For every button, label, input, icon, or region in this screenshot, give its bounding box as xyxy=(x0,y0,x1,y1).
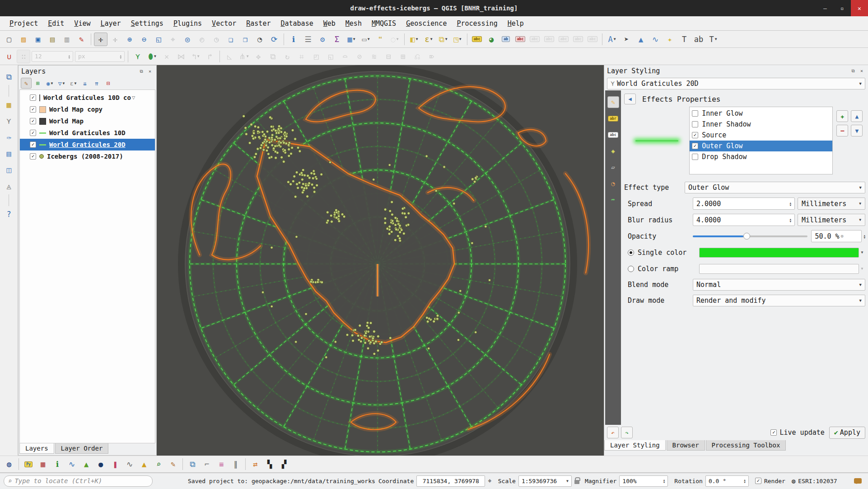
style-manager-button[interactable]: ✎ xyxy=(75,33,88,46)
new-mesh-layer-button[interactable]: ◫ xyxy=(2,163,16,177)
profile-plot-button[interactable]: ∿ xyxy=(65,457,79,471)
bw-map-right-button[interactable]: ▞ xyxy=(277,457,291,471)
layer-item-5[interactable]: ✓Icebergs (2008-2017) xyxy=(20,150,155,162)
map-canvas[interactable] xyxy=(157,65,604,456)
styling-layer-select[interactable]: ⋎ World Graticules 20D ▼ xyxy=(607,78,865,89)
data-source-manager-button[interactable]: ⧉ xyxy=(2,70,16,84)
layer-visibility-checkbox[interactable]: ✓ xyxy=(30,153,36,160)
messages-icon[interactable] xyxy=(854,478,862,484)
layer-visibility-checkbox[interactable]: ✓ xyxy=(30,106,36,113)
coordinate-input[interactable]: 7115834, 3769978 xyxy=(416,475,485,487)
menu-help[interactable]: Help xyxy=(503,18,529,29)
snapping-toggle-button[interactable]: ∪ xyxy=(2,50,16,63)
menu-vector[interactable]: Vector xyxy=(207,18,241,29)
tab-layer-order[interactable]: Layer Order xyxy=(55,443,109,454)
pin-labels-button[interactable]: ab xyxy=(499,33,513,46)
bw-map-left-button[interactable]: ▚ xyxy=(263,457,276,471)
effect-item-outer-glow[interactable]: ✓Outer Glow xyxy=(690,141,832,151)
select-by-expression-button[interactable]: ε▼ xyxy=(422,33,435,46)
locate-input[interactable]: ⌕ Type to locate (Ctrl+K) xyxy=(4,475,153,487)
blur-radius-input[interactable]: 4.0000 ▲▼ xyxy=(693,214,795,226)
tracing-button[interactable]: ⋎ xyxy=(131,50,145,63)
opacity-input[interactable]: 50.0 % ⊗ xyxy=(811,230,862,242)
osm-place-search-button[interactable]: ◍ xyxy=(2,457,16,471)
spinner-arrows-icon[interactable]: ▲▼ xyxy=(663,479,665,483)
zoom-in-button[interactable]: ⊕ xyxy=(123,33,136,46)
scale-select[interactable]: 1:59369736 ▼ xyxy=(518,475,572,487)
layer-diagram-button[interactable]: ◕ xyxy=(485,33,498,46)
identify-features-button[interactable]: ℹ xyxy=(287,33,300,46)
python-console-button[interactable]: Py xyxy=(22,457,35,471)
view-3d-tab-button[interactable]: ◈ xyxy=(607,145,619,157)
highlight-labels-button[interactable]: abc xyxy=(513,33,527,46)
effect-item-inner-glow[interactable]: Inner Glow xyxy=(690,108,832,119)
spinner-arrows-icon[interactable]: ▲▼ xyxy=(789,218,791,222)
color-ramp-radio[interactable] xyxy=(628,266,634,272)
copy-canvas-button[interactable]: ⧉ xyxy=(186,457,199,471)
effect-checkbox[interactable] xyxy=(692,154,698,160)
globe-view-button[interactable]: ● xyxy=(94,457,107,471)
profile-line-button[interactable]: ⌐ xyxy=(200,457,214,471)
menu-layer[interactable]: Layer xyxy=(95,18,126,29)
marker-annotation-button[interactable]: ✦ xyxy=(663,33,677,46)
spread-unit-select[interactable]: Millimeters ▼ xyxy=(798,197,865,210)
histogram-tool-button[interactable]: ∿ xyxy=(123,457,136,471)
minimize-button[interactable]: – xyxy=(817,0,834,16)
apply-button[interactable]: ✔ Apply xyxy=(829,427,865,439)
effect-checkbox[interactable]: ✓ xyxy=(692,132,698,138)
layer-item-4[interactable]: ✓World Graticules 20D xyxy=(20,139,155,150)
invert-selection-button[interactable]: ◳▼ xyxy=(451,33,464,46)
symbology-tab-button[interactable]: ✎ xyxy=(607,96,619,108)
maximize-button[interactable]: ▫ xyxy=(834,0,851,16)
menu-raster[interactable]: Raster xyxy=(241,18,275,29)
back-button[interactable]: ◀ xyxy=(624,94,636,104)
line-annotation-button[interactable]: ∿ xyxy=(649,33,662,46)
hatching-tool-button[interactable]: ∥ xyxy=(229,457,243,471)
layer-item-1[interactable]: ✓World Map copy xyxy=(20,103,155,115)
filter-legend-button[interactable]: ▽▼ xyxy=(56,78,67,89)
labels-tab-button[interactable]: abr xyxy=(607,113,619,124)
open-layer-styling-button[interactable]: ✎ xyxy=(21,78,32,89)
color-bars-button[interactable]: ❚ xyxy=(108,457,122,471)
layer-visibility-checkbox[interactable]: ✓ xyxy=(30,118,36,124)
deselect-features-button[interactable]: ⧉▼ xyxy=(436,33,450,46)
move-effect-up-button[interactable]: ▲ xyxy=(851,110,863,122)
rotation-input[interactable]: 0.0 ° ▲▼ xyxy=(705,475,749,487)
menu-processing[interactable]: Processing xyxy=(452,18,502,29)
new-temporary-scratch-layer-button[interactable]: ▤ xyxy=(2,147,16,160)
undo-style-button[interactable]: ↶ xyxy=(607,427,619,438)
menu-plugins[interactable]: Plugins xyxy=(168,18,207,29)
new-print-layout-button[interactable]: ▤ xyxy=(46,33,59,46)
layer-item-2[interactable]: ✓World Map xyxy=(20,115,155,127)
clear-icon[interactable]: ⊗ xyxy=(841,233,844,239)
menu-mesh[interactable]: Mesh xyxy=(341,18,367,29)
temporal-controller-button[interactable]: ◔ xyxy=(253,33,266,46)
live-update-checkbox[interactable]: ✓ xyxy=(770,429,777,436)
remove-effect-button[interactable]: ━ xyxy=(836,125,848,136)
measure-button[interactable]: ▭▼ xyxy=(359,33,373,46)
menu-mmqgis[interactable]: MMQGIS xyxy=(367,18,401,29)
single-color-radio[interactable] xyxy=(628,249,634,256)
opacity-slider[interactable] xyxy=(693,230,807,242)
effect-item-inner-shadow[interactable]: Inner Shadow xyxy=(690,119,832,130)
tab-layer-styling[interactable]: Layer Styling xyxy=(604,440,666,451)
statistical-summary-button[interactable]: ☰ xyxy=(301,33,315,46)
add-effect-button[interactable]: ✚ xyxy=(836,110,848,122)
layer-visibility-checkbox[interactable]: ✓ xyxy=(30,94,36,101)
lock-scale-icon[interactable] xyxy=(574,480,579,484)
blend-mode-select[interactable]: Normal ▼ xyxy=(693,279,865,291)
project-open-button[interactable]: ▨ xyxy=(17,33,30,46)
move-effect-down-button[interactable]: ▼ xyxy=(851,125,863,136)
effect-type-select[interactable]: Outer Glow ▼ xyxy=(685,182,865,193)
refresh-map-button[interactable]: ⟳ xyxy=(267,33,281,46)
menu-web[interactable]: Web xyxy=(318,18,341,29)
attributes-tab-button[interactable]: ➦ xyxy=(607,194,619,206)
map-tips-button[interactable]: ❝ xyxy=(373,33,387,46)
new-annotation-button[interactable]: A▼ xyxy=(605,33,619,46)
menu-edit[interactable]: Edit xyxy=(43,18,69,29)
menu-project[interactable]: Project xyxy=(5,18,43,29)
zoom-tool-plugin-button[interactable]: ⌕ xyxy=(152,457,165,471)
new-spatial-bookmark-button[interactable]: ❏ xyxy=(224,33,238,46)
menu-geoscience[interactable]: Geoscience xyxy=(401,18,452,29)
layer-item-0[interactable]: ✓World Graticules 10D co▽ xyxy=(20,92,155,103)
